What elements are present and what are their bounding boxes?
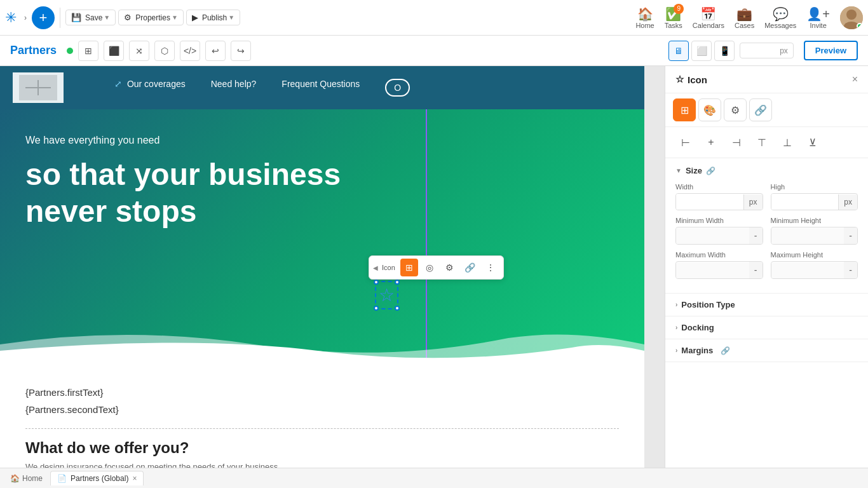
grid-layout-button[interactable]: ⊞ [78,41,98,61]
connections-button[interactable]: ⤨ [129,41,149,61]
max-width-input[interactable]: - [675,261,763,279]
star-icon: ☆ [379,285,395,306]
min-width-dash-button[interactable]: - [749,227,763,244]
align-center-h-button[interactable]: + [701,132,721,152]
save-button[interactable]: 💾 Save ▼ [65,10,116,25]
bottom-tabs: 🏠 Home 📄 Partners (Global) × [0,468,868,488]
align-center-v-button[interactable]: ⊥ [777,132,797,152]
code-button[interactable]: </> [180,41,200,61]
hero-title: so that your business never stops [25,156,619,229]
transform-button[interactable]: ⬡ [154,41,175,61]
viewport-px-field[interactable]: 1400 [745,46,777,55]
icon-tool-move-button[interactable]: ⊞ [400,259,418,276]
icon-label-back-arrow: ◀ [373,264,378,271]
max-height-input[interactable]: - [771,261,858,279]
home-nav-item[interactable]: 🏠 Home [635,6,654,29]
site-content-section: {Partners.firstText}{Partners.secondText… [0,363,644,468]
margins-section[interactable]: › Margins 🔗 [665,339,868,362]
redo-button[interactable]: ↪ [231,41,251,61]
min-width-input[interactable]: - [675,227,763,245]
invite-nav-item[interactable]: 👤+ Invite [806,6,830,29]
mobile-viewport-button[interactable]: 📱 [714,41,735,61]
panel-title: ☆ Icon [675,74,707,85]
min-height-input[interactable]: - [771,227,858,245]
handle-bottom-right[interactable] [395,306,400,311]
invite-icon: 👤+ [806,6,830,22]
position-type-header: › Position Type [675,300,858,309]
min-width-input-field[interactable] [676,228,749,244]
site-hero: We have everything you need so that your… [0,109,644,363]
max-width-dash-button[interactable]: - [749,262,763,278]
nav-link-help[interactable]: Need help? [211,79,257,97]
max-height-input-field[interactable] [771,262,844,278]
min-height-dash-button[interactable]: - [844,227,857,244]
nav-link-more[interactable]: O [385,79,410,97]
section-vars-text: {Partners.firstText}{Partners.secondText… [25,384,619,418]
tablet-viewport-button[interactable]: ⬜ [691,41,712,61]
height-input-field[interactable]: 25 [771,194,839,210]
align-left-button[interactable]: ⊢ [675,132,696,152]
align-top-button[interactable]: ⊤ [752,132,772,152]
handle-top-right[interactable] [395,280,400,285]
layers-button[interactable]: ⬛ [104,41,124,61]
align-bottom-button[interactable]: ⊻ [803,132,823,152]
position-type-section[interactable]: › Position Type [665,294,868,316]
margins-link-icon: 🔗 [721,346,730,355]
nav-arrow-icon[interactable]: › [22,11,29,25]
desktop-viewport-button[interactable]: 🖥 [668,41,689,61]
icon-tool-link-button[interactable]: 🔗 [461,259,479,276]
width-input-field[interactable]: 25 [676,194,743,210]
properties-icon: ⚙ [124,13,132,22]
panel-close-button[interactable]: × [852,74,858,85]
preview-button[interactable]: Preview [804,41,858,60]
max-height-dash-button[interactable]: - [844,262,857,278]
panel-tab-link-button[interactable]: 🔗 [749,98,772,121]
align-right-button[interactable]: ⊣ [726,132,747,152]
viewport-unit-label: px [780,46,788,55]
calendars-nav-item[interactable]: 📅 Calendars [693,6,724,29]
icon-tool-more-button[interactable]: ⋮ [482,259,499,276]
tasks-nav-item[interactable]: ✅ 9 Tasks [665,6,682,29]
panel-tab-layout-button[interactable]: ⊞ [673,98,696,121]
section-divider [25,428,619,429]
max-width-input-field[interactable] [676,262,749,278]
cases-nav-item[interactable]: 💼 Cases [735,6,754,29]
margins-header: › Margins 🔗 [675,346,858,355]
partners-tab[interactable]: 📄 Partners (Global) × [50,471,144,485]
icon-tool-settings-button[interactable]: ⚙ [441,259,459,276]
icon-tool-style-button[interactable]: ◎ [421,259,438,276]
home-tab[interactable]: 🏠 Home [5,471,48,485]
properties-button[interactable]: ⚙ Properties ▼ [118,10,184,25]
icon-widget-toolbar: ◀ Icon ⊞ ◎ ⚙ 🔗 ⋮ [369,255,504,280]
handle-top-left[interactable] [374,280,379,285]
tab-close-button[interactable]: × [132,474,137,483]
top-toolbar: ✳ › + 💾 Save ▼ ⚙ Properties ▼ ▶ Publish … [0,0,868,36]
panel-tab-style-button[interactable]: 🎨 [698,98,721,121]
max-width-label: Maximum Width [675,251,763,259]
user-avatar[interactable] [840,6,863,29]
right-panel: ☆ Icon × ⊞ 🎨 ⚙ 🔗 ⊢ + ⊣ ⊤ ⊥ ⊻ ▼ Size 🔗 [665,66,868,468]
messages-nav-item[interactable]: 💬 Messages [764,6,796,29]
size-section-header[interactable]: ▼ Size 🔗 [675,166,858,175]
logo-icon[interactable]: ✳ [5,10,17,26]
publish-button[interactable]: ▶ Publish ▼ [186,10,240,25]
size-chevron-icon: ▼ [675,167,682,174]
icon-widget: ◀ Icon ⊞ ◎ ⚙ 🔗 ⋮ ☆ [375,281,398,309]
save-chevron-icon: ▼ [104,14,110,21]
toolbar-right: 🏠 Home ✅ 9 Tasks 📅 Calendars 💼 Cases 💬 M… [635,6,863,29]
min-height-input-field[interactable] [771,228,844,244]
main-area: ⤢ Our coverages Need help? Frequent Ques… [0,66,868,468]
docking-section[interactable]: › Docking [665,316,868,339]
add-button[interactable]: + [32,6,55,29]
width-input[interactable]: 25 px [675,193,763,210]
panel-tab-settings-button[interactable]: ⚙ [724,98,747,121]
viewport-width-input[interactable]: 1400 px [740,43,794,58]
handle-bottom-left[interactable] [374,306,379,311]
page-tab-icon: 📄 [57,474,67,483]
nav-link-coverages[interactable]: ⤢ Our coverages [114,79,186,97]
nav-link-faq[interactable]: Frequent Questions [281,79,360,97]
min-height-field-group: Minimum Height - [771,217,858,245]
hero-subtitle: We have everything you need [25,135,619,146]
height-input[interactable]: 25 px [771,193,858,210]
undo-button[interactable]: ↩ [205,41,226,61]
